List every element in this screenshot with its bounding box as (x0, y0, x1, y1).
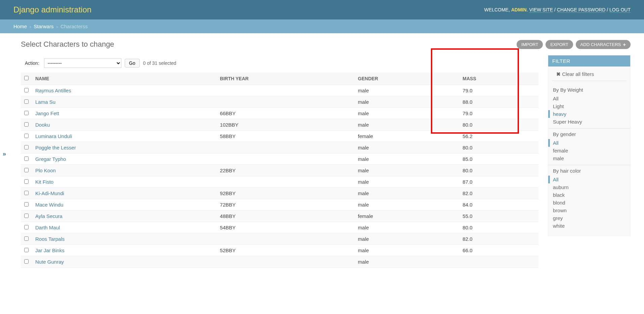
clear-filters-label: Clear all filters (562, 71, 594, 77)
filter-option-link[interactable]: Super Heavy (553, 119, 626, 125)
sidebar-toggle-icon[interactable]: » (3, 150, 6, 158)
column-mass[interactable]: MASS (459, 73, 538, 85)
filter-option-link[interactable]: Light (553, 103, 626, 109)
object-link[interactable]: Mace Windu (35, 202, 63, 208)
table-row: Mace Windu72BBYmale84.0 (21, 199, 538, 211)
column-gender[interactable]: GENDER (355, 73, 459, 85)
filter-option-link[interactable]: male (553, 155, 626, 162)
cell-gender: male (355, 85, 459, 96)
row-checkbox[interactable] (24, 248, 29, 252)
filter-option-link[interactable]: All (553, 140, 626, 146)
filter-option-link[interactable]: black (553, 192, 626, 198)
filter-option: auburn (548, 183, 630, 191)
changelist: Action: --------- Go 0 of 31 selected NA… (21, 55, 538, 268)
object-link[interactable]: Roos Tarpals (35, 236, 65, 242)
filter-panel: FILTER ✖ Clear all filters By By WeightA… (548, 55, 631, 236)
object-link[interactable]: Kit Fisto (35, 179, 53, 185)
cell-gender: male (355, 233, 459, 245)
row-checkbox[interactable] (24, 122, 29, 127)
filter-option-link[interactable]: female (553, 147, 626, 154)
row-checkbox[interactable] (24, 111, 29, 115)
object-link[interactable]: Luminara Unduli (35, 133, 72, 139)
object-link[interactable]: Ki-Adi-Mundi (35, 190, 64, 196)
cell-gender: male (355, 199, 459, 211)
filter-option: female (548, 147, 630, 154)
cell-mass: 66.0 (459, 245, 538, 256)
row-checkbox[interactable] (24, 134, 29, 138)
row-checkbox[interactable] (24, 179, 29, 184)
table-row: Jango Fett66BBYmale79.0 (21, 108, 538, 119)
breadcrumb-home[interactable]: Home (13, 24, 27, 29)
clear-filters-link[interactable]: ✖ Clear all filters (552, 70, 626, 81)
select-all-checkbox[interactable] (24, 76, 29, 80)
add-button-label: ADD CHARACTERS (580, 42, 621, 47)
action-select[interactable]: --------- (44, 58, 121, 68)
object-link[interactable]: Jar Jar Binks (35, 248, 65, 253)
table-row: Nute Gunraymale (21, 256, 538, 268)
object-link[interactable]: Darth Maul (35, 225, 60, 230)
cell-birth-year (216, 176, 355, 188)
object-link[interactable]: Gregar Typho (35, 156, 66, 162)
filter-option-link[interactable]: blond (553, 199, 626, 206)
filter-option-link[interactable]: All (553, 95, 626, 102)
filter-option: All (548, 176, 630, 183)
filter-option-link[interactable]: white (553, 223, 626, 229)
object-link[interactable]: Poggle the Lesser (35, 145, 76, 150)
row-checkbox[interactable] (24, 225, 29, 229)
filter-title: FILTER (548, 55, 630, 66)
cell-mass: 84.0 (459, 199, 538, 211)
column-birth-year[interactable]: BIRTH YEAR (216, 73, 355, 85)
object-link[interactable]: Raymus Antilles (35, 88, 71, 93)
header-bar: Django administration WELCOME, ADMIN. VI… (0, 0, 644, 19)
cell-gender: male (355, 142, 459, 153)
row-checkbox[interactable] (24, 156, 29, 161)
row-checkbox[interactable] (24, 191, 29, 195)
row-checkbox[interactable] (24, 145, 29, 149)
logout-link[interactable]: LOG OUT (609, 7, 631, 13)
export-button[interactable]: EXPORT (546, 40, 573, 49)
cell-gender: male (355, 222, 459, 233)
object-link[interactable]: Plo Koon (35, 168, 56, 173)
row-checkbox[interactable] (24, 214, 29, 218)
breadcrumb-app[interactable]: Starwars (34, 24, 53, 29)
row-checkbox[interactable] (24, 99, 29, 104)
cell-birth-year (216, 142, 355, 153)
filter-option-link[interactable]: heavy (553, 111, 626, 117)
import-button[interactable]: IMPORT (517, 40, 543, 49)
filter-option-link[interactable]: All (553, 176, 626, 183)
object-link[interactable]: Ayla Secura (35, 213, 63, 219)
change-password-link[interactable]: CHANGE PASSWORD (557, 7, 605, 13)
row-checkbox[interactable] (24, 168, 29, 172)
action-label: Action: (25, 60, 39, 66)
filter-option: brown (548, 207, 630, 214)
go-button[interactable]: Go (125, 59, 140, 68)
object-link[interactable]: Jango Fett (35, 110, 59, 116)
main-area: Action: --------- Go 0 of 31 selected NA… (21, 55, 631, 268)
column-name[interactable]: NAME (32, 73, 216, 85)
object-link[interactable]: Dooku (35, 122, 50, 128)
filter-option-link[interactable]: grey (553, 215, 626, 221)
filter-group-label: By gender (548, 128, 630, 139)
object-link[interactable]: Nute Gunray (35, 259, 64, 265)
row-checkbox[interactable] (24, 88, 29, 92)
table-row: Ayla Secura48BBYfemale55.0 (21, 211, 538, 222)
close-icon: ✖ (556, 71, 561, 77)
cell-birth-year (216, 233, 355, 245)
row-checkbox[interactable] (24, 202, 29, 207)
object-link[interactable]: Lama Su (35, 99, 55, 105)
cell-gender: female (355, 211, 459, 222)
cell-birth-year: 92BBY (216, 188, 355, 199)
table-row: Plo Koon22BBYmale80.0 (21, 165, 538, 176)
view-site-link[interactable]: VIEW SITE (529, 7, 553, 13)
cell-birth-year (216, 96, 355, 108)
filter-option: male (548, 154, 630, 162)
filter-option-link[interactable]: auburn (553, 184, 626, 190)
add-button[interactable]: ADD CHARACTERS + (576, 40, 631, 49)
filter-option-link[interactable]: brown (553, 207, 626, 214)
cell-birth-year (216, 85, 355, 96)
header-checkbox-cell (21, 73, 32, 85)
row-checkbox[interactable] (24, 236, 29, 241)
cell-mass: 56.2 (459, 131, 538, 142)
filter-option: grey (548, 214, 630, 222)
row-checkbox[interactable] (24, 259, 29, 264)
